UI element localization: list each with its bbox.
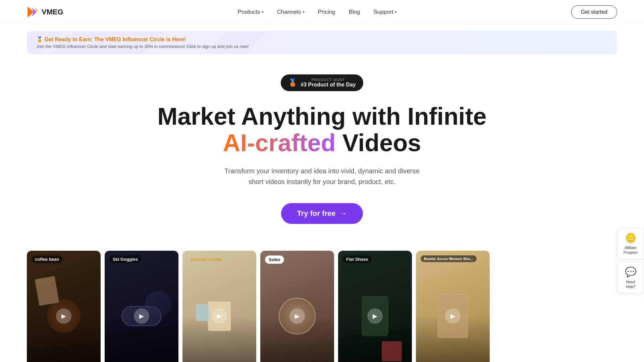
product-hunt-text: PRODUCT HUNT #3 Product of the Day xyxy=(301,78,356,88)
video-product-label: coffee bean xyxy=(32,255,62,263)
play-button[interactable]: ▶ xyxy=(134,308,149,324)
hero-gradient-text: AI-crafted xyxy=(223,129,336,156)
hero-subtitle: Transform your inventory and idea into v… xyxy=(221,166,423,187)
play-button[interactable]: ▶ xyxy=(289,308,305,324)
navbar: VMEG Products ▾ Channels ▾ Pricing Blog … xyxy=(0,0,644,24)
play-button[interactable]: ▶ xyxy=(212,308,227,324)
video-product-label: Ski Goggles xyxy=(109,255,141,263)
chevron-down-icon: ▾ xyxy=(303,10,305,14)
video-row: coffee bean ▶ Just opened a fresh bag of… xyxy=(0,251,644,362)
nav-blog[interactable]: Blog xyxy=(348,9,360,15)
video-card[interactable]: scented candle ▶ Yo. xyxy=(182,251,256,362)
product-hunt-badge[interactable]: 🥉 PRODUCT HUNT #3 Product of the Day xyxy=(281,74,363,91)
affiliate-panel: 🪙 Affiliate Program 💬 Need Help? xyxy=(617,228,644,293)
logo-icon xyxy=(27,6,39,18)
video-card[interactable]: coffee bean ▶ Just opened a fresh bag of… xyxy=(27,251,101,362)
chevron-down-icon: ▾ xyxy=(395,10,397,14)
chevron-down-icon: ▾ xyxy=(262,10,264,14)
play-button[interactable]: ▶ xyxy=(367,308,383,324)
nav-support[interactable]: Support ▾ xyxy=(374,9,397,15)
video-product-label: scented candle xyxy=(187,255,225,263)
play-button[interactable]: ▶ xyxy=(445,308,461,324)
video-card[interactable]: Ski Goggles ▶ Just suited up with my new… xyxy=(105,251,178,362)
video-card[interactable]: Seiko ▶ Just laid eyes on this Seiko mas… xyxy=(260,251,334,362)
logo-text: VMEG xyxy=(42,8,63,16)
coin-icon: 🪙 xyxy=(625,232,637,243)
try-btn-label: Try for free xyxy=(297,209,336,218)
need-help-button[interactable]: 💬 Need Help? xyxy=(617,262,644,294)
play-button[interactable]: ▶ xyxy=(56,308,71,324)
video-card[interactable]: Flat Shoes ▶ Imagine stepping into the h… xyxy=(338,251,412,362)
arrow-right-icon: → xyxy=(339,209,347,218)
video-product-label: Flat Shoes xyxy=(343,255,372,263)
video-preview-section: coffee bean ▶ Just opened a fresh bag of… xyxy=(0,237,644,362)
nav-channels[interactable]: Channels ▾ xyxy=(277,9,305,15)
video-product-label: Bowtie Acces Women Sho... xyxy=(421,255,477,262)
hero-headline: Market Anything with Infinite AI-crafted… xyxy=(27,103,617,156)
nav-links: Products ▾ Channels ▾ Pricing Blog Suppo… xyxy=(238,9,397,15)
medal-icon: 🥉 xyxy=(288,78,297,87)
nav-pricing[interactable]: Pricing xyxy=(318,9,335,15)
affiliate-program-button[interactable]: 🪙 Affiliate Program xyxy=(617,228,644,259)
hero-section: 🥉 PRODUCT HUNT #3 Product of the Day Mar… xyxy=(0,54,644,237)
video-card[interactable]: Bowtie Acces Women Sho... ▶ Ever looked … xyxy=(416,251,490,362)
banner-subtitle: Join the VMEG Influencer Circle and star… xyxy=(36,44,608,49)
video-product-label: Seiko xyxy=(265,255,284,264)
help-label: Need Help? xyxy=(626,280,636,289)
get-started-button[interactable]: Get started xyxy=(571,5,617,19)
influencer-banner[interactable]: 🏅 Get Ready to Earn: The VMEG Influencer… xyxy=(27,31,617,54)
logo[interactable]: VMEG xyxy=(27,6,63,18)
chat-icon: 💬 xyxy=(625,266,637,278)
banner-title: 🏅 Get Ready to Earn: The VMEG Influencer… xyxy=(36,36,608,43)
affiliate-label: Affiliate Program xyxy=(624,245,638,255)
try-for-free-button[interactable]: Try for free → xyxy=(281,203,363,224)
nav-products[interactable]: Products ▾ xyxy=(238,9,264,15)
